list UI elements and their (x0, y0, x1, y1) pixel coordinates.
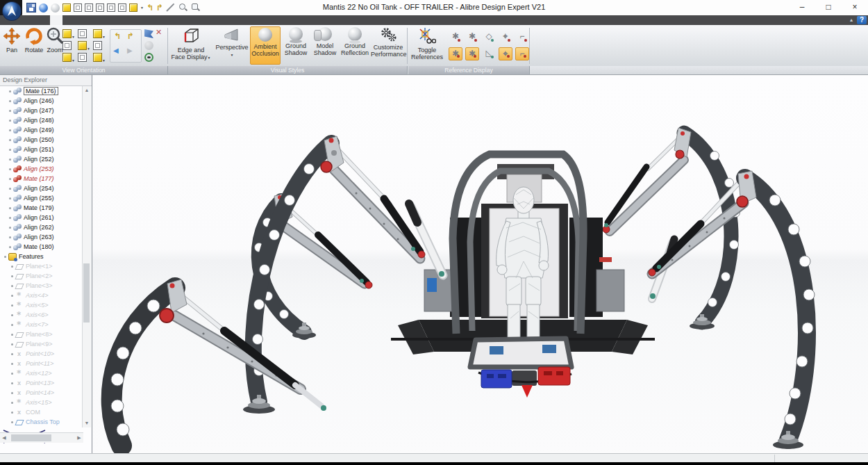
tree-item[interactable]: Align (262) (0, 222, 83, 232)
corner-arrow-right-icon[interactable]: ↱ (156, 3, 163, 13)
show-flag-icon[interactable] (144, 29, 153, 38)
view-cube-7-icon[interactable] (129, 3, 137, 12)
view-cube-3-icon[interactable] (85, 3, 93, 12)
menu-tab[interactable] (25, 15, 37, 25)
orient-arrow-right-icon[interactable]: ↱ (127, 31, 134, 41)
ground-shadow-button[interactable]: Ground Shadow (282, 26, 310, 65)
perspective-button[interactable]: Perspective ▼ (214, 26, 250, 65)
orient-arrow-left-icon[interactable]: ↰ (114, 31, 121, 41)
tree-item[interactable]: Align (261) (0, 213, 83, 222)
tree-item[interactable]: Mate (179) (0, 203, 83, 213)
collapse-ribbon-icon[interactable]: ▴ (850, 15, 853, 25)
hide-axes-icon[interactable]: ✱ (465, 31, 479, 44)
view-back-button[interactable] (78, 29, 87, 38)
show-axes-icon[interactable]: ✱ (465, 47, 479, 60)
ambient-occlusion-button[interactable]: Ambient Occlusion (250, 26, 281, 65)
sphere-icon[interactable] (51, 3, 60, 13)
menu-tab[interactable] (62, 15, 75, 25)
hide-planes-icon[interactable]: ◇ (482, 31, 496, 44)
tree-item[interactable]: Axis<5> (0, 300, 83, 310)
tree-item[interactable]: Chassis Top (0, 417, 83, 427)
ground-reflection-button[interactable]: Ground Reflection (339, 26, 371, 65)
view-top-button[interactable] (78, 41, 87, 50)
cube-dropdown-caret[interactable]: ▼ (140, 6, 144, 10)
show-sketches-icon[interactable]: ⌖ (499, 47, 512, 60)
tree-item[interactable]: Point<14> (0, 388, 83, 398)
tree-vertical-scrollbar[interactable]: ▲ ▼ (82, 86, 91, 427)
tree-item[interactable]: Align (249) (0, 125, 83, 135)
close-button[interactable]: × (842, 0, 868, 15)
tree-item[interactable]: Mate (177) (0, 174, 83, 183)
previous-view-icon[interactable]: ◀ (113, 47, 119, 54)
tree-item[interactable]: Align (248) (0, 115, 83, 125)
tree-item[interactable]: Axis<15> (0, 398, 83, 407)
minimize-button[interactable]: – (789, 0, 815, 15)
show-planes-icon[interactable]: ◺ (482, 47, 496, 60)
zoom-icon[interactable] (178, 3, 188, 13)
alibre-logo-icon[interactable] (1, 1, 22, 22)
tree-item[interactable]: Align (253) (0, 164, 83, 174)
belly-pan[interactable] (470, 338, 571, 398)
tree-item[interactable]: Align (251) (0, 145, 83, 154)
menu-tab[interactable] (87, 15, 100, 25)
horizontal-scroll-thumb[interactable] (11, 434, 51, 441)
rotate-button[interactable]: Rotate (22, 26, 46, 65)
tree-item[interactable]: Align (252) (0, 154, 83, 164)
save-icon[interactable] (26, 3, 36, 13)
tree-item[interactable]: Plane<8> (0, 329, 83, 339)
view-cube-5-icon[interactable] (107, 3, 115, 12)
show-points-icon[interactable]: ✱ (449, 47, 462, 60)
tree-item[interactable]: Align (250) (0, 135, 83, 145)
corner-arrow-left-icon[interactable]: ↰ (147, 3, 153, 13)
hidden-spheres-icon[interactable] (144, 41, 153, 50)
tree-item[interactable]: COM (0, 407, 83, 417)
view-cube-4-icon[interactable] (96, 3, 104, 12)
view-dimetric-button[interactable] (78, 53, 87, 62)
zoom-window-icon[interactable] (191, 3, 201, 13)
hide-sketches-icon[interactable]: ⌖ (499, 31, 512, 44)
tree-item[interactable]: Plane<1> (0, 261, 83, 271)
front-right-leg[interactable] (649, 171, 815, 449)
model-viewport[interactable] (92, 75, 868, 453)
tree-item[interactable]: Mate (180) (0, 242, 83, 252)
tree-item[interactable]: Axis<6> (0, 310, 83, 320)
customize-performance-button[interactable]: Customize Performance (371, 26, 406, 65)
tree-item[interactable]: Axis<4> (0, 291, 83, 300)
view-bottom-button[interactable] (93, 41, 102, 50)
model-shadow-button[interactable]: Model Shadow (311, 26, 339, 65)
tree-item[interactable]: Axis<7> (0, 320, 83, 329)
view-right-button[interactable] (62, 41, 72, 50)
scroll-left-icon[interactable]: ◀ (0, 433, 8, 443)
scroll-up-icon[interactable]: ▲ (83, 86, 91, 95)
scroll-right-icon[interactable]: ▶ (75, 433, 83, 443)
tree-item[interactable]: Align (263) (0, 232, 83, 242)
tree-item[interactable]: Align (255) (0, 193, 83, 203)
tree-horizontal-scrollbar[interactable]: ◀ ▶ (0, 432, 83, 443)
view-cube-1-icon[interactable] (62, 3, 71, 12)
visibility-eye-icon[interactable] (144, 53, 153, 62)
tree-item[interactable]: Align (254) (0, 183, 83, 193)
toggle-references-button[interactable]: Toggle References (410, 26, 444, 65)
pan-button[interactable]: Pan (1, 26, 22, 65)
menu-tab[interactable] (37, 15, 50, 25)
tree-item[interactable]: Point<13> (0, 378, 83, 388)
show-csys-icon[interactable]: ⌐ (515, 47, 529, 60)
tree-item[interactable]: Plane<9> (0, 339, 83, 349)
tree-item[interactable]: Axis<12> (0, 368, 83, 378)
tree-item[interactable]: Point<10> (0, 349, 83, 359)
tree-item[interactable]: Point<11> (0, 359, 83, 368)
menu-tab[interactable] (75, 15, 87, 25)
help-button[interactable]: ? (857, 16, 867, 24)
tree-item[interactable]: Align (247) (0, 106, 83, 115)
scroll-down-icon[interactable]: ▼ (83, 419, 91, 427)
render-sphere-icon[interactable] (39, 3, 48, 13)
edge-face-display-button[interactable]: Edge and Face Display▼ (169, 26, 212, 65)
clear-views-icon[interactable]: ✕ (156, 28, 162, 37)
tree-item[interactable]: Features (0, 252, 83, 261)
view-left-button[interactable] (93, 29, 102, 38)
next-view-icon[interactable]: ▶ (127, 47, 133, 54)
view-iso-button[interactable] (62, 53, 72, 62)
hide-csys-icon[interactable]: ⌐ (515, 31, 529, 44)
tree-item[interactable]: Mate (176) (0, 86, 83, 96)
hide-points-icon[interactable]: ✱ (449, 31, 462, 44)
